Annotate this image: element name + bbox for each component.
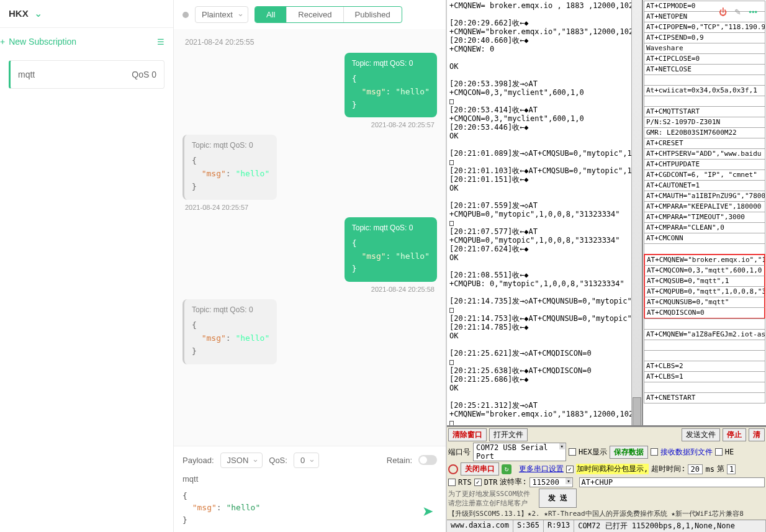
close-port-button[interactable]: 关闭串口 — [461, 462, 499, 476]
command-item[interactable]: AT+CLBS=2 — [644, 361, 765, 372]
subscription-topic: mqtt — [18, 70, 35, 79]
command-item[interactable]: AT+CIPCLOSE=0 — [644, 53, 765, 65]
command-item[interactable] — [644, 318, 765, 330]
command-item[interactable]: AT+CRESET — [644, 138, 765, 149]
baud-select[interactable]: 115200 — [529, 477, 573, 487]
tab-all[interactable]: All — [255, 7, 287, 22]
port-status-icon[interactable] — [448, 464, 458, 474]
command-item[interactable] — [644, 74, 765, 86]
command-input[interactable]: AT+CHUP — [579, 477, 765, 487]
command-item[interactable]: GMR: LE20B03SIM7600M22 — [644, 127, 765, 138]
dtr-checkbox[interactable] — [474, 479, 482, 486]
tab-received[interactable]: Received — [287, 7, 343, 22]
command-item[interactable]: AT+CMCONN — [644, 233, 765, 244]
message-timestamp: 2021-08-24 20:25:57 — [185, 204, 435, 211]
status-com: COM72 已打开 115200bps,8,1,None,None — [574, 520, 766, 532]
more-icon[interactable]: ••• — [749, 7, 757, 17]
rts-checkbox[interactable] — [448, 479, 456, 486]
command-item[interactable]: AT+CMPARA="CLEAN",0 — [644, 222, 765, 233]
refresh-icon[interactable]: ↻ — [502, 464, 511, 474]
command-item[interactable]: AT+CNETSTART — [644, 392, 765, 404]
command-item[interactable] — [644, 96, 765, 107]
command-item[interactable]: AT+CMQTTSTART — [644, 106, 765, 117]
port-label: 端口号 — [448, 447, 471, 458]
send-file-button[interactable]: 发送文件 — [682, 428, 720, 441]
send-button[interactable]: 发 送 — [539, 489, 577, 508]
message-list[interactable]: 2021-08-24 20:25:55Topic: mqtt QoS: 0{ "… — [174, 29, 446, 446]
command-item-highlighted[interactable]: AT+CMQNEW="broker.emqx.io","1 — [644, 254, 765, 266]
command-item[interactable] — [644, 350, 765, 361]
payload-format-select[interactable]: JSON — [220, 453, 263, 468]
command-item[interactable]: P/N:S2-1097D-Z301N — [644, 117, 765, 128]
status-url: www.daxia.com — [447, 520, 513, 532]
hex-show-checkbox[interactable] — [569, 448, 576, 456]
message-bubble: Topic: mqtt QoS: 0{ "msg": "hello"} — [182, 135, 277, 199]
command-item[interactable]: AT+CMPARA="TIMEOUT",3000 — [644, 212, 765, 223]
composer-body-input[interactable]: { "msg": "hello"} — [182, 490, 437, 526]
command-item[interactable]: AT+CMAUTH="a1IBIPnZU9G","7800 — [644, 191, 765, 202]
save-data-button[interactable]: 保存数据 — [610, 446, 648, 459]
payload-type-select[interactable]: Plaintext — [195, 6, 248, 23]
scrollbar-thumb[interactable] — [633, 397, 641, 425]
command-list[interactable]: AT+CIPMODE=0AT+NETOPENAT+CIPOPEN=0,"TCP"… — [642, 0, 766, 425]
main-panel: Plaintext All Received Published 2021-08… — [174, 0, 446, 532]
message-timestamp: 2021-08-24 20:25:58 — [185, 286, 435, 293]
status-bar: www.daxia.com S:365 R:913 COM72 已打开 1152… — [447, 520, 766, 532]
timestamp-checkbox[interactable] — [566, 466, 574, 473]
command-item-highlighted[interactable]: AT+CMQSUB=0,"mqtt",1 — [644, 276, 765, 287]
subscription-qos: QoS 0 — [132, 70, 156, 79]
command-item[interactable]: AT+CLBS=1 — [644, 371, 765, 382]
command-item[interactable]: Waveshare — [644, 43, 765, 54]
command-item[interactable]: AT+CMPARA="KEEPALIVE",180000 — [644, 201, 765, 212]
payload-label: Payload: — [182, 456, 214, 465]
command-item[interactable] — [644, 243, 765, 255]
hex-checkbox[interactable] — [715, 448, 723, 456]
qos-label: QoS: — [269, 456, 287, 465]
filter-icon[interactable]: ☰ — [157, 37, 164, 47]
retain-toggle[interactable] — [418, 455, 437, 465]
sidebar: HKX ⌄ ⏻ ✎ ••• + New Subscription ☰ mqtt … — [0, 0, 174, 532]
command-item[interactable]: AT+CHTPUPDATE — [644, 159, 765, 170]
composer-topic-input[interactable]: mqtt — [182, 474, 437, 484]
command-item[interactable]: AT+CAUTONET=1 — [644, 180, 765, 191]
chevron-down-icon[interactable]: ⌄ — [34, 8, 42, 19]
timestamp: 2021-08-24 20:25:55 — [185, 38, 435, 47]
command-item[interactable] — [644, 382, 765, 393]
new-subscription-button[interactable]: + New Subscription — [0, 37, 76, 47]
send-icon[interactable]: ➤ — [422, 503, 433, 520]
open-file-button[interactable]: 打开文件 — [489, 428, 528, 441]
message-bubble: Topic: mqtt QoS: 0{ "msg": "hello"} — [345, 217, 437, 282]
promo-text: 【升级到SSCOM5.13.1】★2. ★RT-Thread中国人的开源免费操作… — [448, 509, 744, 518]
command-item-highlighted[interactable]: AT+CMQCON=0,3,"mqtt",600,1,0 — [644, 265, 765, 276]
clear-window-button[interactable]: 清除窗口 — [448, 428, 487, 441]
command-item-highlighted[interactable]: AT+CMQDISCON=0 — [644, 307, 765, 319]
command-item[interactable]: At+cwiicat=0x34,0x5a,0x3f,1 — [644, 85, 765, 96]
more-settings-link[interactable]: 更多串口设置 — [519, 464, 564, 474]
edit-icon[interactable]: ✎ — [734, 7, 741, 17]
subscription-item[interactable]: mqtt QoS 0 — [9, 60, 164, 89]
command-item[interactable] — [644, 340, 765, 351]
command-item-highlighted[interactable]: AT+CMQUNSUB=0,"mqtt" — [644, 297, 765, 308]
status-recv: R:913 — [544, 520, 574, 532]
command-item-highlighted[interactable]: AT+CMQPUB=0,"mqtt",1,0,0,8,"3 — [644, 286, 765, 297]
tab-published[interactable]: Published — [344, 7, 402, 22]
command-item[interactable]: AT+CIPOPEN=0,"TCP","118.190.9 — [644, 22, 765, 33]
qos-select[interactable]: 0 — [294, 453, 319, 468]
stop-button[interactable]: 停止 — [723, 428, 746, 441]
message-timestamp: 2021-08-24 20:25:57 — [185, 121, 435, 128]
timeout-input[interactable]: 20 — [688, 464, 703, 474]
status-sent: S:365 — [513, 520, 544, 532]
line-input[interactable]: 1 — [727, 464, 736, 474]
composer: Payload: JSON QoS: 0 Retain: mqtt { "msg… — [174, 446, 446, 533]
command-item[interactable]: AT+CGDCONT=6, "IP", "cmnet" — [644, 169, 765, 181]
connection-title: HKX ⌄ — [9, 7, 42, 19]
recv-to-file-checkbox[interactable] — [651, 448, 658, 456]
command-item[interactable]: AT+NETCLOSE — [644, 64, 765, 75]
port-select[interactable]: COM72 USB Serial Port — [473, 443, 566, 461]
terminal-output[interactable]: +CMQNEW= broker.emqx.io , 1883 ,12000,10… — [447, 0, 642, 425]
command-item[interactable]: AT+CIPSEND=0,9 — [644, 32, 765, 43]
command-item[interactable]: AT+CMQNEW="a1Z8aFEGJm2.iot-as — [644, 329, 765, 340]
power-icon[interactable]: ⏻ — [719, 7, 727, 17]
clear-button[interactable]: 清 — [749, 428, 765, 441]
command-item[interactable]: AT+CHTPSERV="ADD","www.baidu — [644, 148, 765, 160]
